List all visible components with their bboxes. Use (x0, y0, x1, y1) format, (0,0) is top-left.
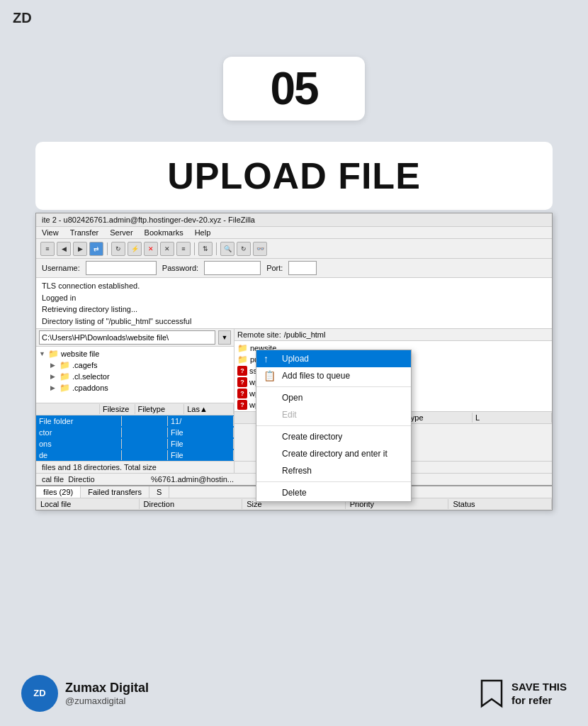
ctx-edit: Edit (256, 406, 411, 423)
ctx-sep-2 (256, 425, 411, 426)
ctx-open[interactable]: Open (256, 389, 411, 406)
col-filename (36, 404, 100, 414)
question-icon-wpincludes: ? (237, 400, 247, 410)
question-icon-wpadmin: ? (237, 377, 247, 387)
file-row-ctor[interactable]: ctor File (36, 427, 234, 438)
local-path-dropdown[interactable]: ▼ (218, 330, 231, 345)
toolbar-btn-stop[interactable]: ⚡ (128, 242, 142, 256)
local-address-bar[interactable]: ▼ (36, 329, 234, 347)
toolbar-sep-3 (216, 242, 217, 255)
tree-label-3: .cl.selector (72, 372, 110, 381)
brand-logo-text: ZD (33, 688, 45, 698)
toolbar-btn-9[interactable]: 👓 (253, 242, 267, 256)
tree-item-clselector[interactable]: ▶ 📁 .cl.selector (39, 371, 231, 382)
toolbar-btn-cancel[interactable]: ✕ (144, 242, 158, 256)
toolbar-btn-disconnect[interactable]: ✕ (160, 242, 174, 256)
ctx-add-queue[interactable]: 📋 Add files to queue (256, 367, 411, 384)
fz-toolbar: ≡ ◀ ▶ ⇄ ↻ ⚡ ✕ ✕ ≡ ⇅ 🔍 ↻ 👓 (36, 239, 552, 259)
col-filesize: Filesize (100, 404, 135, 414)
filezilla-window: ite 2 - u802426761.admin@ftp.hostinger-d… (35, 213, 553, 510)
toolbar-btn-5[interactable]: ≡ (176, 242, 191, 256)
ctx-delete[interactable]: Delete (256, 484, 411, 501)
menu-bookmarks[interactable]: Bookmarks (145, 228, 183, 237)
log-line-4: Directory listing of "/public_html" succ… (42, 315, 546, 328)
step-card: 05 (223, 57, 365, 121)
file-row-de[interactable]: de File (36, 449, 234, 461)
tree-item-website-file[interactable]: ▼ 📁 website file (39, 348, 231, 359)
port-label: Port: (266, 264, 283, 272)
local-path-input[interactable] (39, 330, 215, 345)
menu-transfer[interactable]: Transfer (70, 228, 99, 237)
fz-log: TLS connection established. Logged in Re… (36, 278, 552, 329)
tree-label-2: .cagefs (72, 361, 97, 369)
tab-failed-transfers[interactable]: Failed transfers (81, 486, 149, 498)
file-row-ons[interactable]: ons File (36, 438, 234, 449)
fz-titlebar: ite 2 - u802426761.admin@ftp.hostinger-d… (36, 213, 552, 227)
bookmark-icon (479, 678, 504, 709)
toolbar-btn-refresh[interactable]: ↻ (111, 242, 125, 256)
tab-queued-files[interactable]: files (29) (36, 486, 81, 498)
remote-folder-public-html: 📁 (237, 354, 248, 364)
col-lastmod: Las▲ (184, 404, 234, 414)
folder-icon-1: 📁 (48, 349, 59, 359)
brand-logo: ZD (21, 675, 58, 712)
bottom-bar: ZD Zumax Digital @zumaxdigital SAVE THIS… (0, 675, 588, 712)
file-size-ctor (122, 428, 168, 437)
queue-col-status: Status (448, 499, 552, 509)
expand-icon-4: ▶ (50, 384, 57, 391)
menu-view[interactable]: View (42, 228, 59, 237)
log-line-2: Logged in (42, 292, 546, 304)
ctx-sep-1 (256, 386, 411, 387)
folder-icon-2: 📁 (60, 360, 70, 370)
toolbar-sep-1 (107, 242, 108, 255)
file-type-ons: File (168, 439, 234, 449)
context-menu[interactable]: ↑ Upload 📋 Add files to queue Open Edit … (256, 350, 412, 502)
brand-handle: @zumaxdigital (65, 696, 149, 706)
toolbar-btn-3[interactable]: ▶ (73, 242, 87, 256)
queue-col-local: Local file (36, 499, 140, 509)
ctx-upload[interactable]: ↑ Upload (256, 350, 411, 367)
remote-path-text: /public_html (284, 330, 549, 339)
ctx-refresh[interactable]: Refresh (256, 462, 411, 479)
queue-col-direction: Direction (140, 499, 243, 509)
fz-titlebar-text: ite 2 - u802426761.admin@ftp.hostinger-d… (42, 216, 255, 224)
zd-logo: ZD (13, 10, 32, 26)
toolbar-btn-6[interactable]: ⇅ (198, 242, 213, 256)
toolbar-btn-8[interactable]: ↻ (237, 242, 251, 256)
toolbar-btn-4[interactable]: ⇄ (89, 242, 103, 256)
col-filetype: Filetype (135, 404, 185, 414)
step-number: 05 (270, 62, 317, 115)
page-title: UPLOAD FILE (57, 155, 531, 197)
question-icon-wpcontent: ? (237, 389, 247, 398)
port-input[interactable] (288, 261, 317, 275)
toolbar-btn-1[interactable]: ≡ (40, 242, 55, 256)
password-input[interactable] (204, 261, 261, 275)
toolbar-btn-7[interactable]: 🔍 (220, 242, 234, 256)
toolbar-btn-2[interactable]: ◀ (57, 242, 71, 256)
tree-label-1: website file (61, 350, 99, 358)
folder-icon-4: 📁 (60, 383, 70, 393)
remote-site-label: Remote site: (237, 330, 281, 339)
menu-server[interactable]: Server (110, 228, 132, 237)
tree-label-4: .cpaddons (72, 384, 108, 392)
fz-quickconnect: Username: Password: Port: (36, 259, 552, 278)
conn-label: cal file (42, 475, 64, 484)
folder-icon-3: 📁 (60, 372, 70, 381)
tree-item-cpaddons[interactable]: ▶ 📁 .cpaddons (39, 382, 231, 393)
expand-icon-2: ▶ (50, 362, 57, 369)
fz-file-header-left: Filesize Filetype Las▲ (36, 403, 234, 415)
remote-folder-newsite: 📁 (237, 343, 248, 353)
toolbar-sep-2 (194, 242, 195, 255)
ctx-sep-3 (256, 481, 411, 482)
username-input[interactable] (86, 261, 157, 275)
file-row-folder[interactable]: File folder 11/ (36, 415, 234, 427)
ctx-create-dir[interactable]: Create directory (256, 428, 411, 445)
tree-item-cagefs[interactable]: ▶ 📁 .cagefs (39, 359, 231, 371)
title-card: UPLOAD FILE (35, 142, 553, 210)
ctx-create-dir-enter[interactable]: Create directory and enter it (256, 445, 411, 462)
tab-s[interactable]: S (149, 486, 169, 498)
brand-section: ZD Zumax Digital @zumaxdigital (21, 675, 149, 712)
remote-address-bar[interactable]: Remote site: /public_html (234, 329, 552, 341)
fz-menubar[interactable]: View Transfer Server Bookmarks Help (36, 227, 552, 239)
menu-help[interactable]: Help (195, 228, 211, 237)
